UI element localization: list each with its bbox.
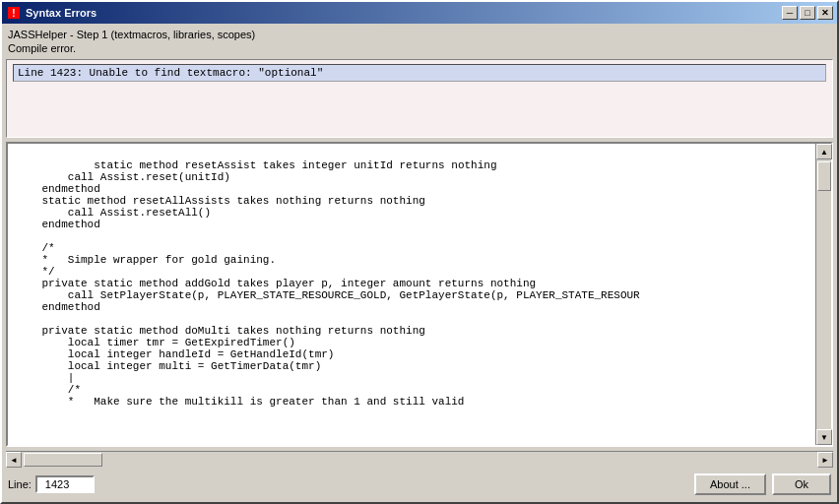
status-bar: Line: 1423 About ... Ok: [6, 471, 833, 498]
scroll-track-h[interactable]: [22, 452, 817, 467]
scroll-left-button[interactable]: ◄: [6, 452, 22, 468]
line-value: 1423: [35, 475, 95, 493]
title-bar-buttons: ─ □ ✕: [782, 6, 833, 20]
title-bar: ! Syntax Errors ─ □ ✕: [2, 2, 837, 24]
code-area[interactable]: static method resetAssist takes integer …: [8, 144, 815, 445]
scroll-up-button[interactable]: ▲: [816, 144, 832, 159]
horizontal-scrollbar-container[interactable]: ◄ ►: [6, 451, 833, 467]
compile-error-text: Compile error.: [6, 41, 833, 55]
step-info: JASSHelper - Step 1 (textmacros, librari…: [6, 28, 833, 41]
svg-text:!: !: [12, 8, 15, 19]
window-title: Syntax Errors: [26, 7, 97, 19]
code-content: static method resetAssist takes integer …: [16, 159, 640, 408]
close-button[interactable]: ✕: [817, 6, 833, 20]
ok-button[interactable]: Ok: [772, 473, 831, 495]
error-message: Line 1423: Unable to find textmacro: "op…: [13, 64, 826, 82]
warning-icon: !: [6, 5, 22, 21]
scroll-down-button[interactable]: ▼: [816, 429, 832, 445]
scroll-right-button[interactable]: ►: [817, 452, 833, 468]
scroll-thumb-h[interactable]: [24, 453, 102, 467]
syntax-errors-window: ! Syntax Errors ─ □ ✕ JASSHelper - Step …: [0, 0, 839, 504]
vertical-scrollbar[interactable]: ▲ ▼: [815, 144, 831, 445]
error-box: Line 1423: Unable to find textmacro: "op…: [6, 59, 833, 138]
minimize-button[interactable]: ─: [782, 6, 798, 20]
status-buttons: About ... Ok: [694, 473, 831, 495]
status-left: Line: 1423: [8, 475, 95, 493]
info-section: JASSHelper - Step 1 (textmacros, librari…: [6, 28, 833, 55]
scroll-track-v[interactable]: [816, 159, 831, 429]
code-area-container: static method resetAssist takes integer …: [6, 142, 833, 447]
scroll-thumb-v[interactable]: [817, 161, 831, 191]
line-label: Line:: [8, 478, 32, 490]
window-content: JASSHelper - Step 1 (textmacros, librari…: [2, 24, 837, 502]
title-bar-left: ! Syntax Errors: [6, 5, 97, 21]
about-button[interactable]: About ...: [694, 473, 766, 495]
maximize-button[interactable]: □: [800, 6, 815, 20]
